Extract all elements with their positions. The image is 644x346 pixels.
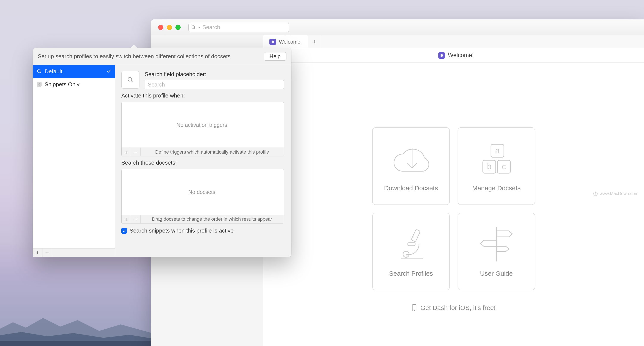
search-icon (191, 25, 196, 30)
docsets-label: Search these docsets: (121, 159, 284, 166)
help-button[interactable]: Help (264, 52, 286, 61)
tab-welcome[interactable]: Welcome! (264, 35, 308, 48)
snippets-checkbox-row[interactable]: Search snippets when this profile is act… (121, 227, 284, 234)
popover-header: Set up search profiles to easily switch … (33, 48, 291, 65)
svg-point-19 (128, 78, 132, 81)
add-trigger-button[interactable]: + (122, 148, 131, 156)
svg-point-16 (595, 192, 596, 194)
dash-app-icon (270, 39, 276, 45)
close-window-button[interactable] (158, 25, 163, 30)
card-label: Search Profiles (389, 270, 433, 277)
checkbox-checked-icon[interactable] (121, 228, 127, 234)
add-docset-button[interactable]: + (122, 215, 131, 223)
search-icon (127, 77, 134, 83)
watermark: www.MacDown.com (593, 191, 638, 196)
activate-label: Activate this profile when: (121, 92, 284, 99)
svg-line-1 (194, 28, 196, 29)
wallpaper-mountains (0, 290, 152, 346)
card-label: User Guide (480, 270, 513, 277)
tab-label: Welcome! (279, 39, 302, 45)
docsets-list: No docsets. + − Drag docsets to change t… (121, 169, 284, 223)
profile-item-default[interactable]: Default (33, 65, 115, 78)
nav-row: Welcome! (264, 48, 644, 63)
svg-line-18 (40, 72, 41, 73)
activation-triggers-list: No activation triggers. + − Define trigg… (121, 102, 284, 156)
snippets-checkbox-label: Search snippets when this profile is act… (130, 227, 234, 234)
page-title: Welcome! (287, 52, 625, 59)
popover-description: Set up search profiles to easily switch … (38, 53, 230, 60)
placeholder-label: Search field placeholder: (144, 71, 284, 78)
remove-profile-button[interactable]: − (42, 248, 52, 257)
check-icon (106, 68, 111, 75)
profile-item-label: Default (44, 68, 62, 75)
profile-item-label: Snippets Only (44, 81, 80, 88)
titlebar (151, 20, 644, 35)
docsets-empty-text: No docsets. (122, 169, 284, 215)
content-area: Welcome! + Welcome! (264, 35, 644, 346)
cloud-download-icon (390, 140, 432, 177)
traffic-lights (151, 25, 180, 30)
ios-link-text: Get Dash for iOS, it's free! (420, 304, 496, 311)
profile-item-snippets[interactable]: {} Snippets Only (33, 78, 115, 91)
docsets-hint: Drag docsets to change the order in whic… (140, 215, 284, 223)
svg-text:a: a (495, 146, 500, 155)
svg-point-0 (192, 26, 194, 28)
activation-hint: Define triggers which automatically acti… (140, 148, 284, 156)
dash-app-icon (438, 52, 445, 59)
profile-detail: Search field placeholder: Activate this … (115, 65, 291, 257)
search-icon (37, 69, 42, 74)
minimize-window-button[interactable] (167, 25, 172, 30)
page-title-text: Welcome! (448, 52, 474, 59)
svg-rect-10 (408, 243, 415, 246)
card-download-docsets[interactable]: Download Docsets (372, 127, 450, 205)
remove-trigger-button[interactable]: − (131, 148, 140, 156)
microscope-icon (393, 226, 429, 262)
search-profiles-popover: Set up search profiles to easily switch … (33, 48, 292, 257)
card-search-profiles[interactable]: Search Profiles (372, 213, 450, 290)
phone-icon (412, 304, 417, 311)
profile-list-footer: + − (33, 248, 115, 257)
svg-point-17 (38, 70, 40, 73)
ios-download-link[interactable]: Get Dash for iOS, it's free! (372, 304, 535, 311)
welcome-cards-grid: Download Docsets a b c (372, 127, 535, 311)
profile-icon-well[interactable] (121, 71, 140, 89)
add-profile-button[interactable]: + (33, 248, 42, 257)
svg-point-14 (414, 310, 415, 310)
search-input[interactable] (202, 24, 286, 31)
snippets-icon: {} (37, 82, 42, 87)
profile-list: Default {} Snippets Only + − (33, 65, 115, 257)
search-field[interactable] (188, 23, 289, 32)
zoom-window-button[interactable] (176, 25, 180, 30)
svg-text:c: c (502, 162, 506, 171)
chevron-down-icon[interactable] (198, 26, 201, 29)
signpost-icon (476, 226, 517, 262)
card-label: Download Docsets (384, 184, 438, 192)
card-label: Manage Docsets (472, 184, 520, 192)
placeholder-input[interactable] (144, 80, 284, 89)
activation-empty-text: No activation triggers. (122, 102, 284, 148)
svg-line-20 (131, 81, 133, 82)
new-tab-button[interactable]: + (308, 35, 321, 48)
svg-text:b: b (487, 162, 492, 171)
tab-bar: Welcome! + (264, 35, 644, 48)
svg-rect-9 (411, 229, 420, 242)
card-user-guide[interactable]: User Guide (458, 213, 535, 290)
card-manage-docsets[interactable]: a b c Manage Docsets (458, 127, 535, 205)
remove-docset-button[interactable]: − (131, 215, 140, 223)
blocks-abc-icon: a b c (476, 140, 517, 177)
